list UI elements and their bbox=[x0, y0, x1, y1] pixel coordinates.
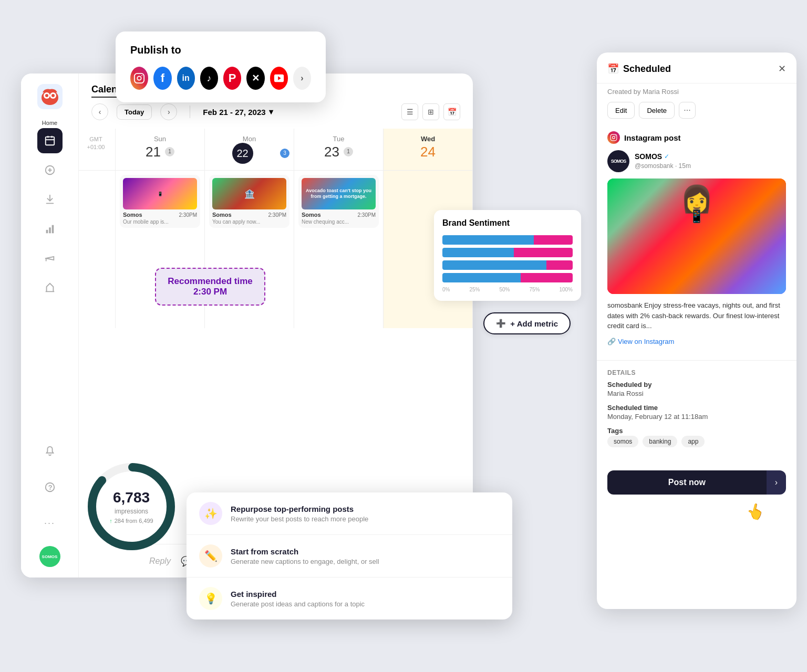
gmt-label: GMT +01:00 bbox=[87, 136, 105, 150]
svg-text:?: ? bbox=[48, 484, 52, 491]
sentiment-bar-3 bbox=[442, 260, 573, 270]
next-btn[interactable]: › bbox=[160, 103, 177, 120]
svg-point-3 bbox=[45, 94, 48, 97]
sentiment-axis: 0%25%50%75%100% bbox=[442, 287, 573, 292]
view-on-instagram-link[interactable]: 🔗 View on Instagram bbox=[607, 338, 786, 345]
x-icon[interactable]: ✕ bbox=[246, 67, 264, 90]
svg-rect-25 bbox=[611, 134, 617, 141]
nav-add[interactable] bbox=[37, 158, 63, 183]
sentiment-bars bbox=[442, 235, 573, 282]
insta-icon-sm bbox=[607, 131, 620, 144]
pinterest-icon[interactable]: P bbox=[223, 67, 241, 90]
detail-title: Scheduled bbox=[623, 64, 671, 75]
detail-subtitle: Created by Maria Rossi bbox=[597, 83, 796, 96]
date-dropdown-icon[interactable]: ▾ bbox=[269, 107, 273, 117]
account-info: SOMOS ✓ @somosbank · 15m bbox=[635, 152, 691, 170]
nav-help[interactable]: ? bbox=[37, 475, 63, 500]
delete-btn[interactable]: Delete bbox=[639, 102, 675, 119]
more-platforms-icon[interactable]: › bbox=[293, 67, 311, 90]
reply-label: Reply bbox=[149, 556, 171, 566]
day-header-wed: Wed 24 bbox=[384, 129, 473, 170]
publish-title: Publish to bbox=[130, 44, 311, 56]
svg-rect-21 bbox=[134, 74, 144, 83]
publish-panel: Publish to f in ♪ P ✕ › bbox=[116, 32, 326, 102]
youtube-icon[interactable] bbox=[270, 67, 288, 90]
add-metric-icon: ➕ bbox=[496, 319, 506, 328]
sidebar-bottom: ? ··· SOMOS bbox=[37, 439, 63, 567]
post-now-btn[interactable]: Post now bbox=[607, 470, 767, 495]
nav-reports[interactable] bbox=[37, 275, 63, 300]
cal-view-btn[interactable]: 📅 bbox=[443, 103, 460, 120]
facebook-icon[interactable]: f bbox=[153, 67, 171, 90]
tag-banking[interactable]: banking bbox=[643, 436, 677, 447]
details-label: Details bbox=[607, 369, 786, 376]
app-logo[interactable] bbox=[37, 84, 63, 109]
details-section: Details Scheduled by Maria Rossi Schedul… bbox=[597, 360, 796, 462]
nav-notifications[interactable] bbox=[37, 439, 63, 464]
inspired-icon: 💡 bbox=[199, 587, 222, 610]
insta-section: Instagram post SOMOS SOMOS ✓ @somosbank … bbox=[597, 125, 796, 360]
tags-item: Tags somos banking app bbox=[607, 427, 786, 447]
tag-somos[interactable]: somos bbox=[607, 436, 638, 447]
nav-download[interactable] bbox=[37, 187, 63, 212]
ai-repurpose-text: Repurpose top-performing posts Rewrite y… bbox=[231, 505, 368, 523]
account-row: SOMOS SOMOS ✓ @somosbank · 15m bbox=[607, 150, 786, 172]
repurpose-icon: ✨ bbox=[199, 502, 222, 525]
home-label[interactable]: Home bbox=[42, 120, 57, 126]
svg-point-27 bbox=[615, 135, 616, 136]
more-options-btn[interactable]: ··· bbox=[679, 102, 696, 119]
insta-label: Instagram post bbox=[607, 131, 786, 144]
sentiment-bar-4 bbox=[442, 273, 573, 282]
nav-calendar[interactable] bbox=[37, 128, 63, 153]
cal-body: 📱 Somos 2:30PM Our mobile app is... bbox=[79, 171, 473, 328]
prev-btn[interactable]: ‹ bbox=[91, 103, 108, 120]
post-card-img-sun: 📱 bbox=[123, 178, 197, 209]
linkedin-icon[interactable]: in bbox=[177, 67, 195, 90]
ai-scratch-text: Start from scratch Generate new captions… bbox=[231, 547, 379, 565]
post-image: 👩 📱 bbox=[607, 178, 786, 294]
post-card-mon[interactable]: 🏦 Somos 2:30PM You can apply now... bbox=[209, 175, 289, 228]
post-card-img-mon: 🏦 bbox=[212, 178, 286, 209]
tue-col: Avocado toast can't stop you from gettin… bbox=[294, 171, 384, 328]
list-view-btn[interactable]: ☰ bbox=[401, 103, 418, 120]
recommended-time-card: Recommended time 2:30 PM bbox=[155, 268, 265, 306]
nav-analytics[interactable] bbox=[37, 216, 63, 242]
svg-point-22 bbox=[137, 76, 141, 80]
svg-point-23 bbox=[141, 75, 142, 76]
today-btn[interactable]: Today bbox=[117, 104, 152, 120]
nav-campaigns[interactable] bbox=[37, 246, 63, 271]
ai-inspired-text: Get inspired Generate post ideas and cap… bbox=[231, 590, 365, 608]
instagram-icon[interactable] bbox=[130, 67, 148, 90]
post-now-chevron[interactable]: › bbox=[767, 470, 786, 495]
edit-btn[interactable]: Edit bbox=[607, 102, 635, 119]
ai-scratch[interactable]: ✏️ Start from scratch Generate new capti… bbox=[187, 535, 512, 578]
detail-actions: Edit Delete ··· bbox=[597, 96, 796, 125]
close-btn[interactable]: ✕ bbox=[778, 63, 786, 75]
svg-rect-13 bbox=[46, 230, 48, 233]
scheduled-by-item: Scheduled by Maria Rossi bbox=[607, 381, 786, 397]
nav-more[interactable]: ··· bbox=[37, 510, 63, 536]
svg-point-26 bbox=[613, 136, 615, 139]
insta-post-label: Instagram post bbox=[624, 133, 681, 142]
post-card-tue[interactable]: Avocado toast can't stop you from gettin… bbox=[298, 175, 379, 228]
detail-title-row: 📅 Scheduled bbox=[607, 63, 671, 75]
ai-repurpose[interactable]: ✨ Repurpose top-performing posts Rewrite… bbox=[187, 492, 512, 535]
ai-panel: ✨ Repurpose top-performing posts Rewrite… bbox=[187, 492, 512, 620]
view-icons: ☰ ⊞ 📅 bbox=[401, 103, 460, 120]
user-avatar[interactable]: SOMOS bbox=[39, 546, 60, 567]
detail-panel: 📅 Scheduled ✕ Created by Maria Rossi Edi… bbox=[597, 52, 796, 609]
ai-inspired[interactable]: 💡 Get inspired Generate post ideas and c… bbox=[187, 578, 512, 620]
post-card-sun[interactable]: 📱 Somos 2:30PM Our mobile app is... bbox=[120, 175, 200, 228]
svg-rect-14 bbox=[49, 227, 51, 233]
add-metric-btn[interactable]: ➕ + Add metric bbox=[483, 312, 571, 334]
tiktok-icon[interactable]: ♪ bbox=[200, 67, 218, 90]
tag-app[interactable]: app bbox=[681, 436, 705, 447]
cursor-area: 👆 bbox=[597, 503, 796, 526]
post-footer-mon: Somos 2:30PM bbox=[212, 212, 286, 218]
sentiment-widget: Brand Sentiment 0%25%50%75%100% bbox=[434, 210, 581, 301]
grid-view-btn[interactable]: ⊞ bbox=[422, 103, 439, 120]
date-range: Feb 21 - 27, 2023 ▾ bbox=[203, 107, 273, 117]
post-now-row: Post now › bbox=[597, 462, 796, 503]
day-header-tue: Tue 23 1 bbox=[294, 129, 384, 170]
tags-row: somos banking app bbox=[607, 436, 786, 447]
